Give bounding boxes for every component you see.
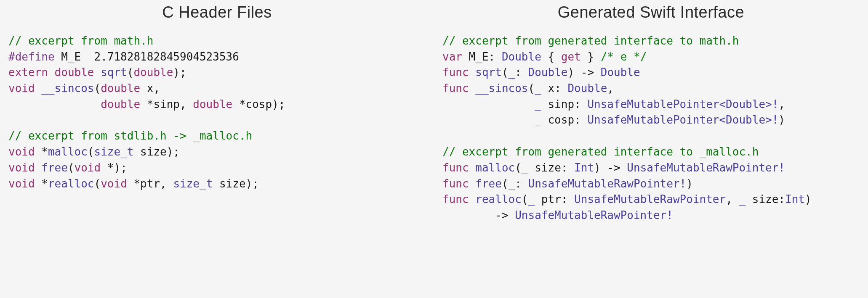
code-token: // excerpt from generated interface to _…	[442, 145, 759, 158]
code-token: UnsafeMutableRawPointer	[574, 193, 726, 206]
right-column: Generated Swift Interface // excerpt fro…	[442, 3, 860, 224]
code-token: _	[522, 161, 528, 174]
code-block: // excerpt from stdlib.h -> _malloc.h vo…	[8, 128, 426, 192]
code-token: double	[55, 66, 94, 79]
code-token: void	[8, 177, 35, 190]
code-token: ->	[442, 209, 515, 222]
code-token: _	[509, 177, 515, 190]
code-token: )	[778, 113, 785, 126]
code-token: *ptr,	[127, 177, 173, 190]
code-token	[35, 82, 42, 95]
code-token: *	[35, 177, 48, 190]
code-token: }	[581, 50, 601, 63]
code-token: _	[535, 113, 541, 126]
code-token: double	[133, 66, 173, 79]
code-token: ) ->	[594, 161, 627, 174]
code-token	[48, 66, 55, 79]
code-token: size_t	[94, 145, 134, 158]
code-token: (	[94, 177, 101, 190]
right-title: Generated Swift Interface	[442, 3, 860, 21]
code-token: /* e */	[601, 50, 647, 63]
code-token: (	[88, 145, 94, 158]
code-token: malloc	[48, 145, 88, 158]
code-token: // excerpt from stdlib.h -> _malloc.h	[8, 129, 252, 142]
code-token: func	[442, 66, 469, 79]
left-title: C Header Files	[8, 3, 426, 21]
code-token: _	[509, 66, 515, 79]
code-token: ,	[607, 82, 614, 95]
code-token: free	[475, 177, 502, 190]
code-token: size);	[133, 145, 180, 158]
code-token: UnsafeMutableRawPointer!	[627, 161, 785, 174]
code-token: void	[8, 82, 35, 95]
code-token: *	[35, 145, 48, 158]
code-token	[35, 161, 42, 174]
code-token: Int	[785, 193, 805, 206]
code-token: x:	[541, 82, 568, 95]
code-token: _	[535, 82, 541, 95]
code-token	[469, 82, 476, 95]
code-token: size:	[528, 161, 575, 174]
code-token: cosp:	[541, 113, 588, 126]
code-token: func	[442, 193, 469, 206]
code-token: extern	[8, 66, 48, 79]
code-token: // excerpt from math.h	[8, 34, 153, 47]
code-token: func	[442, 82, 469, 95]
code-token	[8, 98, 101, 111]
code-token: sinp:	[541, 98, 588, 111]
code-token: sqrt	[101, 66, 127, 79]
code-token: *);	[101, 161, 127, 174]
code-token: free	[41, 161, 68, 174]
code-token: UnsafeMutablePointer<Double>!	[587, 113, 778, 126]
code-token: (	[502, 66, 509, 79]
code-token: __sincos	[41, 82, 94, 95]
code-token: double	[193, 98, 232, 111]
code-token: _	[535, 98, 541, 111]
code-token: double	[101, 82, 140, 95]
code-token: {	[541, 50, 561, 63]
code-token: sqrt	[475, 66, 502, 79]
code-token: );	[173, 66, 186, 79]
code-token: *cosp);	[232, 98, 285, 111]
code-token: ) ->	[567, 66, 600, 79]
code-token: __sincos	[475, 82, 528, 95]
code-token: realloc	[48, 177, 94, 190]
code-token: func	[442, 161, 469, 174]
code-token: double	[101, 98, 140, 111]
two-column-layout: C Header Files // excerpt from math.h #d…	[8, 3, 860, 224]
code-token: M_E:	[462, 50, 502, 63]
code-token: void	[8, 145, 35, 158]
code-token: Double	[528, 66, 568, 79]
code-token	[469, 193, 476, 206]
code-token: func	[442, 177, 469, 190]
code-token	[469, 161, 476, 174]
code-token: #define	[8, 50, 55, 63]
code-token: (	[94, 82, 101, 95]
code-token: Int	[574, 161, 594, 174]
code-token: realloc	[475, 193, 522, 206]
code-token: ptr:	[535, 193, 574, 206]
code-token: void	[8, 161, 35, 174]
code-token: size:	[746, 193, 785, 206]
code-token: (	[522, 193, 528, 206]
code-token: 2.71828182845904523536	[94, 50, 239, 63]
code-token: // excerpt from generated interface to m…	[442, 34, 739, 47]
code-token: *sinp,	[140, 98, 193, 111]
code-block: // excerpt from generated interface to m…	[442, 33, 860, 128]
code-token: )	[805, 193, 812, 206]
code-token: _	[528, 193, 535, 206]
left-code-area: // excerpt from math.h #define M_E 2.718…	[8, 33, 426, 192]
code-token	[469, 66, 476, 79]
code-token: (	[502, 177, 509, 190]
code-token: x,	[140, 82, 160, 95]
code-block: // excerpt from math.h #define M_E 2.718…	[8, 33, 426, 112]
code-token: ,	[778, 98, 785, 111]
code-token: Double	[601, 66, 640, 79]
right-code-area: // excerpt from generated interface to m…	[442, 33, 860, 224]
code-token: var	[442, 50, 462, 63]
code-token	[469, 177, 476, 190]
code-token: Double	[502, 50, 541, 63]
code-token: size);	[213, 177, 259, 190]
code-token: (	[528, 82, 535, 95]
code-token: size_t	[173, 177, 213, 190]
